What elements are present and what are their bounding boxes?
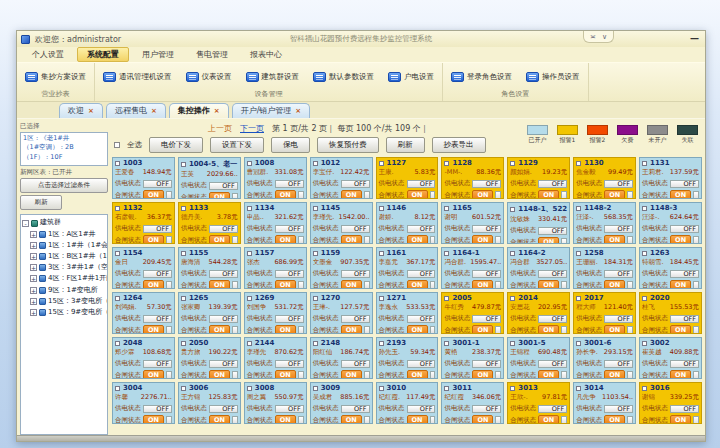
tree-node[interactable]: +15区：3#变电所（3#变电所 <box>22 296 106 307</box>
card-checkbox[interactable] <box>444 206 449 211</box>
card-checkbox[interactable] <box>642 386 647 391</box>
menu-item-售电管理[interactable]: 售电管理 <box>187 48 237 61</box>
filter-refresh-button[interactable]: 刷新 <box>20 195 62 210</box>
card-checkbox[interactable] <box>510 296 515 301</box>
card-switch-state-button[interactable]: ON <box>538 325 559 334</box>
meter-card[interactable]: 1154 金日 209.45元 供电状态 OFF 合闸状态 ON <box>112 247 175 289</box>
meter-card[interactable]: 3011 纪红霞 346.06元 供电状态 OFF 合闸状态 ON <box>441 382 504 424</box>
card-checkbox[interactable] <box>247 161 252 166</box>
card-switch-state-button[interactable]: ON <box>341 235 362 244</box>
card-switch-state-button[interactable]: ON <box>341 325 362 334</box>
ribbon-button[interactable]: 集抄方案设置 <box>23 70 88 84</box>
meter-card[interactable]: 2148 阳红仙 186.74元 供电状态 OFF 合闸状态 ON <box>310 337 373 379</box>
meter-card[interactable]: 1159 文墨金 907.35元 供电状态 OFF 合闸状态 ON <box>310 247 373 289</box>
card-checkbox[interactable] <box>444 296 449 301</box>
tab-close-icon[interactable]: × <box>295 107 301 115</box>
chevron-down-icon[interactable]: ∨ <box>602 33 607 41</box>
card-checkbox[interactable] <box>642 251 647 256</box>
ribbon-button[interactable]: 通讯管理机设置 <box>101 70 174 84</box>
tree-expander-icon[interactable]: + <box>30 253 37 260</box>
card-switch-state-button[interactable]: ON <box>604 280 625 289</box>
card-switch-state-button[interactable]: ON <box>472 370 493 379</box>
meter-card[interactable]: 1148-1、522 沈敏姝 330.41元 供电状态 OFF 合闸状态 ON <box>507 202 570 244</box>
card-checkbox[interactable] <box>313 296 318 301</box>
card-switch-state-button[interactable]: ON <box>143 370 164 379</box>
card-switch-state-button[interactable]: ON <box>275 325 296 334</box>
menu-item-报表中心[interactable]: 报表中心 <box>241 48 291 61</box>
menu-item-用户管理[interactable]: 用户管理 <box>133 48 183 61</box>
tab-集控操作[interactable]: 集控操作× <box>169 103 229 118</box>
card-checkbox[interactable] <box>576 341 581 346</box>
card-switch-state-button[interactable]: ON <box>472 415 493 424</box>
card-switch-state-button[interactable]: ON <box>538 370 559 379</box>
tree-node[interactable]: +1区：1#井（1#会所 <box>22 240 106 251</box>
tree-node[interactable]: +1区：A区1#井 <box>22 229 106 240</box>
card-switch-state-button[interactable]: ON <box>472 325 493 334</box>
meter-card[interactable]: 2050 贵方旅 190.22元 供电状态 OFF 合闸状态 ON <box>178 337 241 379</box>
card-switch-state-button[interactable]: ON <box>538 415 559 424</box>
card-switch-state-button[interactable]: ON <box>407 370 428 379</box>
toolbar-button-保电[interactable]: 保电 <box>271 137 310 153</box>
card-switch-state-button[interactable]: ON <box>538 237 559 244</box>
meter-card[interactable]: 1003 王爱春 148.94元 供电状态 OFF 合闸状态 ON <box>112 157 175 199</box>
meter-card[interactable]: 1270 王琳-. 127.57元 供电状态 OFF 合闸状态 ON <box>310 292 373 334</box>
card-checkbox[interactable] <box>247 341 252 346</box>
ribbon-button[interactable]: 操作员设置 <box>524 70 582 84</box>
card-checkbox[interactable] <box>510 251 515 256</box>
tree-node[interactable]: +1区：B区1#井（1区空调 <box>22 251 106 262</box>
filter-item[interactable]: （1#空调）：2B <box>23 143 105 152</box>
tab-close-icon[interactable]: × <box>214 107 220 115</box>
card-checkbox[interactable] <box>379 206 384 211</box>
card-switch-state-button[interactable]: ON <box>341 370 362 379</box>
card-switch-state-button[interactable]: ON <box>143 415 164 424</box>
toolbar-button-抄表导出[interactable]: 抄表导出 <box>432 137 486 153</box>
tree-expander-icon[interactable]: + <box>30 298 37 305</box>
card-switch-state-button[interactable]: ON <box>604 325 625 334</box>
meter-card[interactable]: 1127 王康. 5.83元 供电状态 OFF 合闸状态 ON <box>376 157 439 199</box>
card-checkbox[interactable] <box>379 161 384 166</box>
card-checkbox[interactable] <box>247 206 252 211</box>
card-checkbox[interactable] <box>115 386 120 391</box>
card-switch-state-button[interactable]: ON <box>341 190 362 199</box>
card-checkbox[interactable] <box>379 251 384 256</box>
card-checkbox[interactable] <box>576 206 581 211</box>
toolbar-button-设置下发[interactable]: 设置下发 <box>210 137 264 153</box>
meter-card[interactable]: 2144 李瑾先 870.62元 供电状态 OFF 合闸状态 ON <box>244 337 307 379</box>
card-switch-state-button[interactable]: ON <box>407 280 428 289</box>
meter-card[interactable]: 3010 纪红霞. 117.49元 供电状态 OFF 合闸状态 ON <box>376 382 439 424</box>
card-switch-state-button[interactable]: ON <box>604 235 625 244</box>
tree-expander-icon[interactable]: + <box>30 242 37 249</box>
meter-card[interactable]: 1008 曹冠群. 331.08元 供电状态 OFF 合闸状态 ON <box>244 157 307 199</box>
card-switch-state-button[interactable]: ON <box>670 280 691 289</box>
filter-item[interactable]: 1区：《老1#井 <box>23 134 105 143</box>
tree-expander-icon[interactable]: + <box>30 287 37 294</box>
card-checkbox[interactable] <box>576 386 581 391</box>
meter-card[interactable]: 1258 王珊丽. 184.31元 供电状态 OFF 合闸状态 ON <box>573 247 636 289</box>
meter-card[interactable]: 3001-5 王锦程 690.48元 供电状态 OFF 合闸状态 ON <box>507 337 570 379</box>
card-checkbox[interactable] <box>115 161 120 166</box>
meter-card[interactable]: 3002 崔英越 409.88元 供电状态 OFF 合闸状态 ON <box>639 337 702 379</box>
meter-card[interactable]: 1165 谢明 601.52元 供电状态 OFF 合闸状态 ON <box>441 202 504 244</box>
card-checkbox[interactable] <box>181 162 186 167</box>
card-checkbox[interactable] <box>181 206 186 211</box>
card-switch-state-button[interactable]: ON <box>538 190 559 199</box>
card-switch-state-button[interactable]: ON <box>209 192 230 199</box>
meter-card[interactable]: 1146 谢娇. 8.12元 供电状态 OFF 合闸状态 ON <box>376 202 439 244</box>
card-checkbox[interactable] <box>510 386 515 391</box>
card-checkbox[interactable] <box>444 251 449 256</box>
card-switch-state-button[interactable]: ON <box>670 190 691 199</box>
card-checkbox[interactable] <box>642 296 647 301</box>
card-switch-state-button[interactable]: ON <box>407 325 428 334</box>
card-switch-state-button[interactable]: ON <box>472 190 493 199</box>
card-switch-state-button[interactable]: ON <box>143 190 164 199</box>
card-checkbox[interactable] <box>115 251 120 256</box>
card-switch-state-button[interactable]: ON <box>143 280 164 289</box>
tree-node[interactable]: +4区：F区1#井1开闭所 <box>22 273 106 284</box>
meter-card[interactable]: 3014 凡先争 1103.54.. 供电状态 OFF 合闸状态 ON <box>573 382 636 424</box>
card-checkbox[interactable] <box>379 296 384 301</box>
card-checkbox[interactable] <box>444 161 449 166</box>
meter-card[interactable]: 1264 刘鸿娟. 57.30元 供电状态 OFF 合闸状态 ON <box>112 292 175 334</box>
card-checkbox[interactable] <box>576 251 581 256</box>
meter-card[interactable]: 1265 张家卿 139.39元 供电状态 OFF 合闸状态 ON <box>178 292 241 334</box>
card-checkbox[interactable] <box>313 251 318 256</box>
